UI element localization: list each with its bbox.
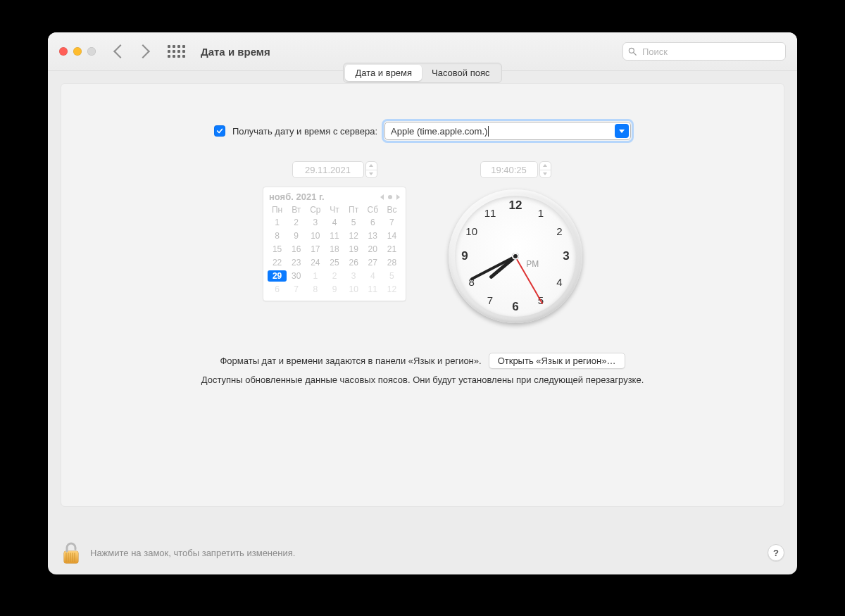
content-area: Дата и время Часовой пояс Получать дату … — [48, 71, 797, 520]
clock-number: 12 — [508, 199, 523, 213]
clock-number: 10 — [464, 225, 480, 237]
tz-update-note: Доступны обновленные данные часовых пояс… — [77, 375, 768, 385]
calendar-day[interactable]: 1 — [306, 270, 325, 282]
calendar-day[interactable]: 27 — [363, 257, 382, 268]
calendar-day[interactable]: 4 — [325, 217, 344, 228]
clock-ampm: PM — [526, 259, 539, 269]
clock-number: 3 — [558, 249, 574, 263]
calendar-day[interactable]: 25 — [325, 257, 344, 268]
time-column: 19:40:25 PM 121234567891011 — [449, 161, 582, 323]
search-field[interactable] — [622, 42, 786, 61]
calendar-today-icon[interactable] — [388, 195, 392, 199]
calendar-day[interactable]: 17 — [306, 244, 325, 255]
calendar-day[interactable]: 2 — [287, 217, 306, 228]
calendar-nav — [380, 194, 400, 200]
calendar-day[interactable]: 1 — [268, 217, 287, 228]
calendar-day[interactable]: 2 — [325, 270, 344, 282]
chevron-down-icon[interactable] — [615, 124, 629, 138]
calendar-day[interactable]: 6 — [363, 217, 382, 228]
calendar-dow: Чт — [325, 205, 344, 215]
lock-icon[interactable] — [61, 539, 82, 566]
lock-row: Нажмите на замок, чтобы запретить измене… — [48, 531, 797, 574]
calendar-day[interactable]: 15 — [268, 244, 287, 255]
calendar-day[interactable]: 10 — [344, 284, 363, 295]
calendar[interactable]: нояб. 2021 г. ПнВтСрЧтПтСбВс123456789101… — [263, 187, 406, 301]
forward-button[interactable] — [136, 44, 150, 58]
calendar-day[interactable]: 5 — [382, 270, 401, 282]
time-server-combo[interactable]: Apple (time.apple.com.) — [384, 122, 631, 140]
calendar-dow: Вт — [287, 205, 306, 215]
calendar-prev-icon[interactable] — [380, 194, 384, 200]
calendar-day[interactable]: 6 — [268, 284, 287, 295]
clock-number: 2 — [551, 225, 567, 237]
minimize-button[interactable] — [73, 47, 82, 56]
calendar-day[interactable]: 16 — [287, 244, 306, 255]
calendar-day[interactable]: 29 — [268, 270, 287, 282]
formats-text: Форматы дат и времени задаются в панели … — [220, 356, 481, 366]
calendar-day[interactable]: 23 — [287, 257, 306, 268]
calendar-day[interactable]: 13 — [363, 230, 382, 241]
calendar-day[interactable]: 11 — [325, 230, 344, 241]
stepper-up-icon — [369, 164, 373, 167]
formats-row: Форматы дат и времени задаются в панели … — [77, 353, 768, 369]
time-field[interactable]: 19:40:25 — [480, 161, 538, 178]
calendar-day[interactable]: 14 — [382, 230, 401, 241]
calendar-day[interactable]: 10 — [306, 230, 325, 241]
calendar-day[interactable]: 8 — [306, 284, 325, 295]
tab-date-time[interactable]: Дата и время — [345, 65, 422, 81]
clock-number: 7 — [482, 294, 498, 306]
calendar-day[interactable]: 9 — [325, 284, 344, 295]
calendar-day[interactable]: 5 — [344, 217, 363, 228]
calendar-day[interactable]: 7 — [287, 284, 306, 295]
calendar-day[interactable]: 30 — [287, 270, 306, 282]
clock-number: 1 — [533, 206, 549, 218]
back-button[interactable] — [113, 44, 127, 58]
auto-time-checkbox[interactable] — [214, 125, 225, 137]
analog-clock: PM 121234567891011 — [449, 189, 582, 323]
calendar-month-label: нояб. 2021 г. — [269, 191, 325, 202]
stepper-up-icon — [543, 164, 547, 167]
date-stepper[interactable] — [365, 161, 377, 178]
calendar-next-icon[interactable] — [396, 194, 400, 200]
svg-point-0 — [629, 48, 634, 53]
clock-pivot — [512, 253, 519, 260]
calendar-day[interactable]: 26 — [344, 257, 363, 268]
show-all-button[interactable] — [168, 45, 185, 58]
calendar-day[interactable]: 9 — [287, 230, 306, 241]
date-field[interactable]: 29.11.2021 — [292, 161, 364, 178]
lock-hint: Нажмите на замок, чтобы запретить измене… — [90, 548, 295, 558]
calendar-day[interactable]: 12 — [382, 284, 401, 295]
calendar-dow: Вс — [382, 205, 401, 215]
calendar-day[interactable]: 22 — [268, 257, 287, 268]
calendar-day[interactable]: 4 — [363, 270, 382, 282]
prefs-window: Дата и время Дата и время Часовой пояс — [48, 32, 797, 574]
calendar-day[interactable]: 7 — [382, 217, 401, 228]
calendar-day[interactable]: 19 — [344, 244, 363, 255]
close-button[interactable] — [59, 47, 68, 56]
calendar-day[interactable]: 12 — [344, 230, 363, 241]
settings-panel: Получать дату и время с сервера: Apple (… — [61, 83, 784, 507]
tab-timezone[interactable]: Часовой пояс — [422, 65, 499, 81]
time-stepper[interactable] — [539, 161, 551, 178]
open-language-region-button[interactable]: Открыть «Язык и регион»… — [489, 353, 625, 369]
zoom-button[interactable] — [87, 47, 96, 56]
window-title: Дата и время — [201, 46, 270, 58]
calendar-day[interactable]: 20 — [363, 244, 382, 255]
clock-number: 11 — [482, 206, 498, 218]
calendar-dow: Пн — [268, 205, 287, 215]
calendar-day[interactable]: 3 — [306, 217, 325, 228]
help-button[interactable]: ? — [768, 544, 784, 561]
tab-group: Дата и время Часовой пояс — [343, 63, 501, 83]
calendar-day[interactable]: 8 — [268, 230, 287, 241]
calendar-day[interactable]: 24 — [306, 257, 325, 268]
calendar-day[interactable]: 28 — [382, 257, 401, 268]
calendar-day[interactable]: 21 — [382, 244, 401, 255]
calendar-day[interactable]: 11 — [363, 284, 382, 295]
calendar-day[interactable]: 3 — [344, 270, 363, 282]
date-column: 29.11.2021 нояб. 2021 г. — [263, 161, 406, 323]
calendar-day[interactable]: 18 — [325, 244, 344, 255]
search-input[interactable] — [641, 46, 781, 58]
clock-number: 6 — [508, 300, 523, 314]
svg-line-1 — [634, 53, 637, 56]
clock-number: 4 — [551, 276, 567, 288]
